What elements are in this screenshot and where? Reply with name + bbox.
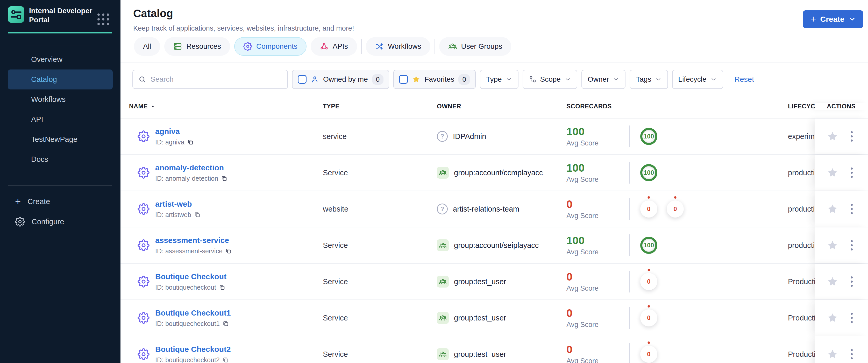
copy-id-icon[interactable] <box>222 357 229 363</box>
filter-owner-dropdown[interactable]: Owner <box>582 70 625 89</box>
filter-scope-dropdown[interactable]: Scope <box>523 70 577 89</box>
sidebar-item-testnewpage[interactable]: TestNewPage <box>8 129 113 149</box>
scorecard-ring[interactable]: 0 <box>640 309 657 327</box>
favorite-star-icon[interactable] <box>827 349 838 360</box>
column-label: OWNER <box>437 103 461 110</box>
favorite-star-icon[interactable] <box>827 167 838 178</box>
scorecards-cell: 0Avg Score0 <box>555 336 779 363</box>
copy-id-icon[interactable] <box>222 320 229 327</box>
favorites-checkbox[interactable] <box>399 75 408 84</box>
column-label: ACTIONS <box>827 103 856 110</box>
owner-label: IDPAdmin <box>453 132 486 141</box>
tab-all[interactable]: All <box>134 37 160 56</box>
tab-resources[interactable]: Resources <box>164 37 230 56</box>
table-row: artist-webID: artistwebwebsite?artist-re… <box>121 191 868 228</box>
dropdown-label: Type <box>486 75 502 84</box>
filter-type-dropdown[interactable]: Type <box>480 70 519 89</box>
create-button[interactable]: + Create <box>803 10 863 28</box>
column-header-owner: OWNER <box>425 103 555 110</box>
sidebar-item-catalog[interactable]: Catalog <box>8 69 113 89</box>
copy-id-icon[interactable] <box>219 284 225 291</box>
component-id: ID: assessment-service <box>155 247 223 255</box>
owner-label: group:account/seiplayacc <box>454 241 539 250</box>
apps-grid-icon[interactable] <box>97 13 109 25</box>
sidebar-item-api[interactable]: API <box>8 110 113 129</box>
favorite-star-icon[interactable] <box>827 131 838 142</box>
column-header-name[interactable]: NAME <box>121 103 313 110</box>
filter-lifecycle-dropdown[interactable]: Lifecycle <box>672 70 723 89</box>
owner-cell: group:test_user <box>425 264 555 300</box>
copy-id-icon[interactable] <box>187 139 194 146</box>
scorecard-ring[interactable]: 100 <box>640 164 657 181</box>
scorecard-ring[interactable]: 0 <box>640 201 657 217</box>
component-name-link[interactable]: agniva <box>155 127 180 135</box>
avg-score-value: 0 <box>566 343 618 356</box>
component-name-link[interactable]: Boutique Checkout1 <box>155 308 231 317</box>
scorecard-ring[interactable]: 0 <box>640 273 657 290</box>
sidebar-create-button[interactable]: + Create <box>0 193 121 210</box>
avg-score-label: Avg Score <box>566 321 618 329</box>
row-menu-kebab-icon[interactable] <box>849 273 854 290</box>
row-menu-kebab-icon[interactable] <box>849 128 854 145</box>
favorite-star-icon[interactable] <box>827 312 838 324</box>
tab-apis[interactable]: APIs <box>311 37 357 56</box>
chevron-down-icon <box>613 76 619 83</box>
row-menu-kebab-icon[interactable] <box>849 310 854 326</box>
scorecard-ring[interactable]: 100 <box>640 128 657 145</box>
copy-id-icon[interactable] <box>221 175 227 182</box>
scorecard-ring[interactable]: 100 <box>640 237 657 254</box>
create-button-label: Create <box>820 15 844 24</box>
dropdown-label: Tags <box>636 75 651 84</box>
owner-label: group:test_user <box>454 350 506 359</box>
row-menu-kebab-icon[interactable] <box>849 346 854 362</box>
users-icon <box>448 42 457 51</box>
search-input[interactable] <box>151 75 282 84</box>
tab-user-groups[interactable]: User Groups <box>439 37 512 56</box>
page-header: Catalog Keep track of applications, serv… <box>121 0 868 32</box>
sidebar-configure-button[interactable]: Configure <box>0 213 121 230</box>
tab-workflows[interactable]: Workflows <box>366 37 430 56</box>
filter-bar: Owned by me0Favorites0 TypeScopeOwnerTag… <box>121 63 868 95</box>
row-menu-kebab-icon[interactable] <box>849 237 854 253</box>
entity-kind-tabs: AllResourcesComponentsAPIsWorkflowsUser … <box>121 37 868 63</box>
lifecycle-cell: experimental <box>779 119 815 154</box>
name-cell: assessment-serviceID: assessment-service <box>121 228 313 263</box>
sidebar-item-workflows[interactable]: Workflows <box>8 89 113 110</box>
row-menu-kebab-icon[interactable] <box>849 164 854 181</box>
name-cell: Boutique CheckoutID: boutiquecheckout <box>121 264 313 300</box>
sidebar-item-docs[interactable]: Docs <box>8 149 113 169</box>
favorite-star-icon[interactable] <box>827 276 838 287</box>
row-menu-kebab-icon[interactable] <box>849 201 854 217</box>
type-cell: Service <box>313 155 425 190</box>
table-row: Boutique Checkout1ID: boutiquecheckout1S… <box>121 300 868 336</box>
favorite-star-icon[interactable] <box>827 240 838 251</box>
group-owner-icon <box>437 239 449 251</box>
component-name-link[interactable]: anomaly-detection <box>155 163 224 172</box>
type-cell: Service <box>313 336 425 363</box>
owned-by-me-checkbox[interactable] <box>298 75 307 84</box>
reset-filters-link[interactable]: Reset <box>735 75 754 84</box>
workflow-icon <box>375 42 384 51</box>
copy-id-icon[interactable] <box>225 248 232 254</box>
avg-score-value: 0 <box>566 307 618 320</box>
favorite-star-icon[interactable] <box>827 203 838 215</box>
component-name-link[interactable]: artist-web <box>155 200 192 208</box>
component-gear-icon <box>137 276 150 288</box>
component-name-link[interactable]: Boutique Checkout2 <box>155 345 231 354</box>
sidebar-item-overview[interactable]: Overview <box>8 50 113 69</box>
favorites-filter[interactable]: Favorites0 <box>393 70 476 89</box>
scorecards-cell: 100Avg Score100 <box>555 119 779 154</box>
tab-components[interactable]: Components <box>234 37 307 56</box>
name-cell: Boutique Checkout2ID: boutiquecheckout2 <box>121 336 313 363</box>
component-name-link[interactable]: Boutique Checkout <box>155 272 226 281</box>
component-name-link[interactable]: assessment-service <box>155 236 229 244</box>
component-id: ID: boutiquecheckout <box>155 284 216 291</box>
filter-tags-dropdown[interactable]: Tags <box>630 70 668 89</box>
owned-by-me-filter[interactable]: Owned by me0 <box>292 70 389 89</box>
score-divider <box>629 198 630 220</box>
scorecard-ring[interactable]: 0 <box>640 345 657 363</box>
column-header-actions: ACTIONS <box>815 103 868 110</box>
scorecard-ring[interactable]: 0 <box>667 201 684 217</box>
tab-label: All <box>143 42 151 51</box>
copy-id-icon[interactable] <box>194 211 200 218</box>
